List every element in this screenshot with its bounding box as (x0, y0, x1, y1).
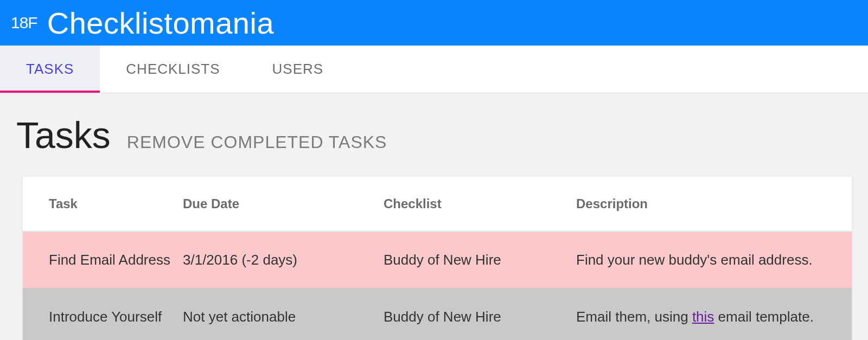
app-title: Checklistomania (47, 5, 274, 41)
col-description: Description (576, 177, 852, 232)
table-header-row: Task Due Date Checklist Description (23, 177, 852, 232)
tab-label: CHECKLISTS (126, 61, 220, 78)
desc-text-pre: Email them, using (576, 309, 692, 325)
remove-completed-button[interactable]: REMOVE COMPLETED TASKS (127, 132, 387, 152)
cell-due: Not yet actionable (183, 288, 384, 340)
table-row[interactable]: Introduce Yourself Not yet actionable Bu… (23, 288, 852, 340)
app-header: 18F Checklistomania (0, 0, 868, 46)
page-heading: Tasks REMOVE COMPLETED TASKS (16, 114, 852, 156)
desc-text-post: email template. (714, 309, 814, 325)
cell-due: 3/1/2016 (-2 days) (183, 232, 384, 288)
cell-description: Find your new buddy's email address. (576, 232, 852, 288)
cell-task: Find Email Address (23, 232, 183, 288)
cell-description: Email them, using this email template. (576, 288, 852, 340)
col-checklist: Checklist (384, 177, 576, 232)
cell-checklist: Buddy of New Hire (384, 232, 576, 288)
logo-mark: 18F (11, 14, 37, 32)
cell-checklist: Buddy of New Hire (384, 288, 576, 340)
page-title: Tasks (16, 114, 111, 156)
col-due: Due Date (183, 177, 384, 232)
cell-task: Introduce Yourself (23, 288, 183, 340)
main-content: Tasks REMOVE COMPLETED TASKS Task Due Da… (0, 93, 868, 340)
table-row[interactable]: Find Email Address 3/1/2016 (-2 days) Bu… (23, 232, 852, 288)
nav-tabs: TASKS CHECKLISTS USERS (0, 46, 868, 93)
logo: 18F Checklistomania (11, 5, 274, 41)
col-task: Task (23, 177, 183, 232)
tab-tasks[interactable]: TASKS (0, 46, 100, 93)
tab-label: USERS (272, 61, 324, 78)
tab-label: TASKS (26, 61, 74, 78)
desc-text: Find your new buddy's email address. (576, 252, 813, 268)
tasks-table: Task Due Date Checklist Description Find… (23, 177, 852, 340)
template-link[interactable]: this (692, 309, 714, 325)
tasks-table-container: Task Due Date Checklist Description Find… (23, 177, 852, 340)
tab-checklists[interactable]: CHECKLISTS (100, 46, 246, 93)
tab-users[interactable]: USERS (246, 46, 350, 93)
